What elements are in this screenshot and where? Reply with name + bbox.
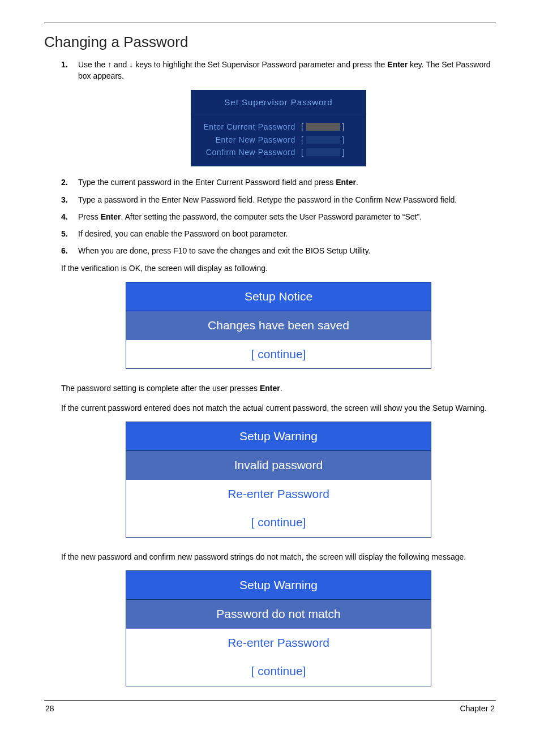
step-text: Type the current password in the Enter C…	[78, 177, 496, 188]
step-text: When you are done, press F10 to save the…	[78, 245, 496, 256]
dialog-message: Re-enter Password	[126, 629, 431, 657]
bracket-open: [	[301, 121, 304, 132]
paragraph-complete: The password setting is complete after t…	[61, 383, 496, 394]
bracket-open: [	[301, 147, 304, 158]
continue-button[interactable]: [ continue]	[126, 340, 431, 368]
password-dialog-body: Enter Current Password[]Enter New Passwo…	[191, 114, 366, 166]
password-dialog: Set Supervisor Password Enter Current Pa…	[191, 90, 366, 167]
step-item: 6.When you are done, press F10 to save t…	[61, 245, 496, 256]
continue-button[interactable]: [ continue]	[126, 508, 431, 536]
continue-button[interactable]: [ continue]	[126, 657, 431, 685]
steps-list-1: 1.Use the ↑ and ↓ keys to highlight the …	[61, 59, 496, 82]
step-item: 2.Type the current password in the Enter…	[61, 177, 496, 188]
step-number: 1.	[61, 59, 78, 82]
dialog-message: Password do not match	[126, 600, 431, 628]
paragraph-verification: If the verification is OK, the screen wi…	[61, 263, 496, 274]
dialog-message: Changes have been saved	[126, 311, 431, 340]
bracket-open: [	[301, 134, 304, 145]
dialog-rows: Changes have been saved[ continue]	[126, 311, 431, 368]
bottom-rule	[44, 700, 496, 701]
step-number: 2.	[61, 177, 78, 188]
password-input-field[interactable]	[306, 123, 340, 131]
password-row: Enter New Password[]	[199, 134, 358, 145]
dialog-rows: Invalid passwordRe-enter Password[ conti…	[126, 451, 431, 536]
dialog-message: Invalid password	[126, 451, 431, 479]
paragraph-new-mismatch: If the new password and confirm new pass…	[61, 551, 496, 562]
password-row-label: Enter New Password	[199, 134, 301, 145]
step-text: Type a password in the Enter New Passwor…	[78, 194, 496, 205]
step-number: 3.	[61, 194, 78, 205]
dialog-title: Setup Notice	[126, 282, 431, 311]
content-area: 1.Use the ↑ and ↓ keys to highlight the …	[44, 59, 496, 686]
bracket-close: ]	[342, 147, 345, 158]
setup-warning-invalid-dialog: Setup Warning Invalid passwordRe-enter P…	[126, 422, 431, 538]
step-number: 6.	[61, 245, 78, 256]
paragraph-current-mismatch: If the current password entered does not…	[61, 402, 496, 414]
dialog-title: Setup Warning	[126, 571, 431, 600]
steps-list-2: 2.Type the current password in the Enter…	[61, 177, 496, 256]
password-row: Enter Current Password[]	[199, 121, 358, 132]
step-number: 5.	[61, 228, 78, 239]
dialog-message: Re-enter Password	[126, 480, 431, 508]
step-item: 5.If desired, you can enable the Passwor…	[61, 228, 496, 239]
step-text: Press Enter. After setting the password,…	[78, 211, 496, 222]
bracket-close: ]	[342, 121, 345, 132]
step-item: 3.Type a password in the Enter New Passw…	[61, 194, 496, 205]
password-row-label: Enter Current Password	[199, 121, 301, 132]
section-heading: Changing a Password	[44, 33, 496, 51]
step-text: If desired, you can enable the Password …	[78, 228, 496, 239]
password-input-field[interactable]	[306, 148, 340, 156]
dialog-title: Setup Warning	[126, 422, 431, 451]
dialog-rows: Password do not matchRe-enter Password[ …	[126, 600, 431, 685]
top-rule	[44, 23, 496, 23]
password-row: Confirm New Password[]	[199, 147, 358, 158]
bracket-close: ]	[342, 134, 345, 145]
password-input-field[interactable]	[306, 136, 340, 144]
chapter-label: Chapter 2	[460, 704, 495, 713]
step-item: 1.Use the ↑ and ↓ keys to highlight the …	[61, 59, 496, 82]
page: Changing a Password 1.Use the ↑ and ↓ ke…	[0, 0, 540, 730]
footer: 28 Chapter 2	[44, 704, 496, 713]
step-item: 4.Press Enter. After setting the passwor…	[61, 211, 496, 222]
step-number: 4.	[61, 211, 78, 222]
password-dialog-title: Set Supervisor Password	[191, 91, 366, 115]
setup-warning-nomatch-dialog: Setup Warning Password do not matchRe-en…	[126, 570, 431, 686]
step-text: Use the ↑ and ↓ keys to highlight the Se…	[78, 59, 496, 82]
page-number: 28	[45, 704, 54, 713]
password-row-label: Confirm New Password	[199, 147, 301, 158]
setup-notice-dialog: Setup Notice Changes have been saved[ co…	[126, 282, 431, 369]
